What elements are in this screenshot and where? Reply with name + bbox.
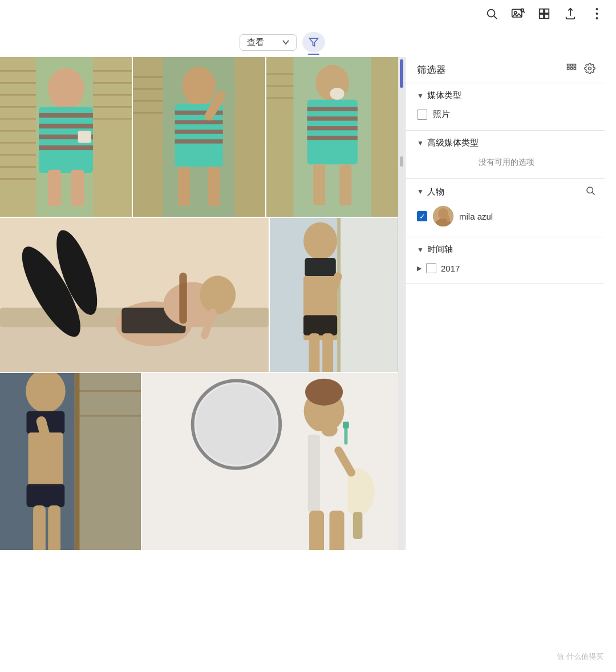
stack-icon[interactable] xyxy=(536,6,552,22)
scrollbar-thumb xyxy=(400,59,403,88)
svg-point-4 xyxy=(521,9,524,11)
svg-rect-72 xyxy=(339,164,351,205)
svg-rect-8 xyxy=(540,14,544,18)
photo-row-3 xyxy=(0,373,398,550)
svg-point-109 xyxy=(196,384,277,465)
scrollbar-track[interactable] xyxy=(398,57,405,550)
view-select[interactable]: 查看 xyxy=(240,34,297,51)
svg-rect-104 xyxy=(33,505,46,550)
svg-rect-88 xyxy=(305,258,336,277)
photo-cell-5[interactable] xyxy=(270,218,398,372)
photo-cell-1[interactable] xyxy=(0,57,132,217)
photo-row-2 xyxy=(0,218,398,372)
svg-rect-16 xyxy=(0,57,36,217)
main-layout: 筛选器 ▼ 媒体类型 xyxy=(0,57,616,550)
svg-point-120 xyxy=(321,423,337,437)
filter-option-photo: 照片 xyxy=(417,107,595,122)
filter-section-people: ▼ 人物 xyxy=(406,179,605,237)
svg-rect-52 xyxy=(175,120,223,124)
svg-rect-69 xyxy=(307,136,357,140)
svg-rect-125 xyxy=(574,64,576,66)
svg-marker-14 xyxy=(310,38,318,46)
svg-rect-43 xyxy=(133,57,163,217)
photo-cell-2[interactable] xyxy=(133,57,265,217)
svg-rect-103 xyxy=(26,484,64,507)
chevron-advanced-media[interactable]: ▼ xyxy=(417,139,424,147)
svg-rect-91 xyxy=(309,333,320,372)
svg-rect-60 xyxy=(371,57,398,217)
svg-rect-82 xyxy=(179,273,187,324)
search-icon[interactable] xyxy=(484,6,500,22)
svg-rect-124 xyxy=(570,64,572,66)
svg-point-114 xyxy=(305,379,343,406)
media-type-label: 媒体类型 xyxy=(427,90,461,101)
sub-toolbar: 查看 xyxy=(240,27,616,57)
svg-rect-127 xyxy=(570,67,572,69)
mila-azul-avatar xyxy=(433,206,453,226)
filter-section-advanced-media: ▼ 高级媒体类型 没有可用的选项 xyxy=(406,131,605,179)
filter-header-icons xyxy=(566,63,595,77)
svg-rect-123 xyxy=(568,64,569,66)
view-label: 查看 xyxy=(247,37,264,48)
chevron-people[interactable]: ▼ xyxy=(417,188,424,196)
svg-point-33 xyxy=(48,68,84,110)
svg-rect-95 xyxy=(75,373,141,550)
svg-rect-35 xyxy=(39,113,93,118)
svg-point-12 xyxy=(595,13,598,15)
svg-rect-71 xyxy=(313,164,325,205)
svg-point-87 xyxy=(304,222,338,260)
filter-options-icon[interactable] xyxy=(566,63,577,77)
timeline-label: 时间轴 xyxy=(427,244,453,255)
svg-rect-56 xyxy=(178,167,190,206)
more-options-icon[interactable] xyxy=(589,6,605,22)
svg-point-0 xyxy=(488,10,495,17)
svg-rect-85 xyxy=(338,218,398,372)
timeline-expand-arrow[interactable]: ▶ xyxy=(417,265,422,272)
people-label: 人物 xyxy=(427,187,444,197)
filter-section-media-type: ▼ 媒体类型 照片 xyxy=(406,83,605,131)
filter-section-media-type-header: ▼ 媒体类型 xyxy=(417,90,595,101)
image-search-icon[interactable] xyxy=(510,6,526,22)
toolbar xyxy=(0,0,616,27)
watermark: 值 什么值得买 xyxy=(557,651,603,662)
svg-rect-92 xyxy=(323,333,334,372)
photo-cell-4[interactable] xyxy=(0,218,269,372)
svg-rect-68 xyxy=(307,126,357,130)
svg-rect-6 xyxy=(540,9,544,13)
person-mila-azul: mila azul xyxy=(417,204,595,229)
photo-area xyxy=(0,57,405,550)
svg-rect-9 xyxy=(545,14,549,18)
filter-section-people-header: ▼ 人物 xyxy=(417,185,595,198)
svg-rect-66 xyxy=(307,107,357,111)
people-search-icon[interactable] xyxy=(585,185,595,198)
filter-sidebar: 筛选器 ▼ 媒体类型 xyxy=(405,57,605,550)
share-icon[interactable] xyxy=(562,6,578,22)
year-2017-checkbox[interactable] xyxy=(426,263,436,273)
svg-point-11 xyxy=(595,8,598,10)
photo-cell-7[interactable] xyxy=(142,373,398,550)
svg-rect-126 xyxy=(568,67,569,69)
svg-rect-59 xyxy=(266,57,293,217)
svg-rect-112 xyxy=(353,512,363,539)
filter-section-timeline: ▼ 时间轴 ▶ 2017 xyxy=(406,237,605,284)
svg-rect-36 xyxy=(39,124,93,128)
photo-row-1 xyxy=(0,57,398,217)
svg-point-70 xyxy=(330,88,344,100)
photo-cell-6[interactable] xyxy=(0,373,141,550)
svg-rect-41 xyxy=(71,170,84,206)
filter-settings-icon[interactable] xyxy=(584,63,595,77)
filter-button[interactable] xyxy=(302,32,325,52)
chevron-media-type[interactable]: ▼ xyxy=(417,92,424,100)
mila-azul-checkbox[interactable] xyxy=(417,211,427,221)
svg-line-131 xyxy=(592,192,594,195)
photo-checkbox[interactable] xyxy=(417,110,427,120)
svg-point-130 xyxy=(587,187,593,193)
photo-cell-3[interactable] xyxy=(266,57,398,217)
photo-label: 照片 xyxy=(433,109,450,120)
chevron-timeline[interactable]: ▼ xyxy=(417,246,424,254)
svg-rect-53 xyxy=(175,129,223,133)
svg-rect-116 xyxy=(308,435,320,512)
no-options-text: 没有可用的选项 xyxy=(417,154,595,170)
advanced-media-label: 高级媒体类型 xyxy=(427,137,479,148)
svg-rect-38 xyxy=(39,145,93,150)
